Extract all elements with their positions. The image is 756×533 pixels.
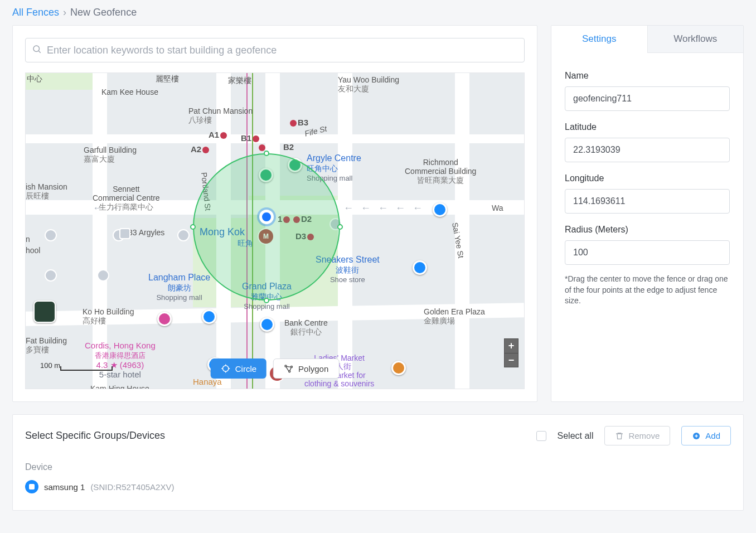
map-label: Bank Centre銀行中心 — [284, 318, 328, 336]
map-pin[interactable] — [413, 260, 427, 275]
geofence-handle-bottom[interactable] — [264, 298, 269, 303]
breadcrumb-current: New Geofence — [70, 7, 137, 18]
settings-panel: Settings Workflows Name Latitude Longitu… — [551, 25, 744, 402]
name-label: Name — [565, 71, 730, 81]
road-direction-arrows: ← ← ← ← ← — [343, 202, 425, 214]
grid-marker: B2 — [283, 142, 294, 152]
search-icon — [32, 44, 42, 56]
tab-workflows[interactable]: Workflows — [647, 26, 744, 53]
map-label: Richmond Commercial Building皆旺商業大廈 — [405, 158, 476, 185]
svg-point-2 — [222, 366, 229, 372]
geofence-circle[interactable] — [193, 153, 340, 301]
breadcrumb: All Fences › New Geofence — [0, 0, 756, 25]
latitude-label: Latitude — [565, 122, 730, 132]
map-poi-label: Langham Place朗豪坊Shopping mall — [148, 273, 210, 302]
geofence-center[interactable] — [259, 210, 274, 224]
map-scale: 100 m — [35, 361, 113, 371]
svg-line-1 — [38, 51, 40, 52]
map-label: Kam Hing House — [90, 384, 149, 389]
map-pin-hotel[interactable] — [157, 312, 172, 326]
devices-section-label: Device — [25, 462, 731, 472]
zoom-out-button[interactable]: − — [504, 353, 518, 367]
trash-icon — [615, 432, 624, 440]
location-search-input[interactable] — [25, 38, 525, 62]
latitude-field[interactable] — [565, 138, 730, 162]
svg-point-0 — [33, 46, 40, 52]
add-button[interactable]: Add — [681, 426, 731, 445]
shape-polygon-button[interactable]: Polygon — [273, 358, 339, 379]
radius-field[interactable] — [565, 240, 730, 265]
map-label: Kam Kee House — [101, 88, 158, 96]
map-label: Yau Woo Building友和大廈 — [338, 75, 399, 93]
map-label: Garfull Building嘉富大廈 — [84, 146, 137, 163]
busstop-icon — [177, 229, 190, 241]
select-all-label: Select all — [558, 431, 594, 441]
map-label: Pat Chun Mansion八珍樓 — [188, 106, 253, 124]
device-row[interactable]: samsung 1 (SNID:R52T405A2XV) — [25, 480, 731, 493]
svg-point-8 — [291, 366, 293, 368]
radius-label: Radius (Meters) — [565, 225, 730, 235]
shape-polygon-label: Polygon — [298, 364, 328, 374]
zoom-in-button[interactable]: + — [504, 338, 518, 353]
device-snid: (SNID:R52T405A2XV) — [90, 482, 174, 492]
plus-circle-icon — [692, 432, 701, 440]
device-name: samsung 1 — [44, 482, 85, 492]
chevron-right-icon: › — [63, 7, 66, 18]
grid-marker: B3 — [289, 118, 308, 127]
geofence-handle-top[interactable] — [264, 151, 269, 156]
map-canvas[interactable]: ← ← ← ← ← ← ← ← 中心 麗堅樓 家樂樓 Yau Woo Build… — [25, 72, 525, 389]
map-pin-food[interactable] — [391, 361, 406, 375]
map-label: n — [26, 235, 30, 244]
busstop-icon — [45, 229, 57, 241]
map-label: Sennett Commercial Centre生力行商業中心 — [93, 185, 160, 211]
shape-circle-label: Circle — [235, 364, 256, 374]
parking-icon — [119, 228, 130, 239]
busstop-icon — [97, 269, 109, 282]
busstop-icon — [45, 269, 57, 282]
grid-marker: B1 — [241, 133, 260, 143]
map-poi-label: Hanaya — [193, 377, 222, 387]
geofence-handle-right[interactable] — [337, 224, 343, 230]
tab-settings[interactable]: Settings — [551, 26, 647, 53]
grid-marker: A1 — [209, 130, 228, 139]
map-label: 家樂樓 — [228, 76, 251, 85]
geofence-handle-left[interactable] — [190, 224, 196, 230]
map-label: hool — [26, 246, 40, 255]
map-label: Ko Ho Building高好樓 — [83, 307, 134, 325]
target-icon — [221, 364, 231, 374]
map-label: 中心 — [27, 74, 42, 83]
map-label: Golden Era Plaza金雞廣場 — [424, 307, 485, 325]
map-label: ish Mansion辰旺樓 — [26, 182, 67, 200]
drag-hint: *Drag the center to move the fence or dr… — [565, 274, 730, 307]
name-field[interactable] — [565, 86, 730, 111]
devices-title: Select Specific Groups/Devices — [25, 430, 165, 442]
devices-panel: Select Specific Groups/Devices Select al… — [12, 414, 744, 511]
remove-button[interactable]: Remove — [604, 426, 670, 445]
map-pin[interactable] — [260, 317, 274, 332]
polygon-icon — [284, 364, 294, 374]
longitude-label: Longitude — [565, 173, 730, 183]
map-label: Fat Building多寶樓 — [26, 336, 67, 354]
map-pin[interactable] — [433, 202, 447, 217]
map-panel: ← ← ← ← ← ← ← ← 中心 麗堅樓 家樂樓 Yau Woo Build… — [12, 25, 537, 402]
map-label: 33 Argyles — [128, 228, 164, 237]
map-pin[interactable] — [202, 309, 216, 324]
select-all-checkbox[interactable] — [536, 431, 546, 441]
breadcrumb-parent-link[interactable]: All Fences — [12, 7, 59, 18]
shape-circle-button[interactable]: Circle — [211, 358, 266, 379]
map-poi-label: Cordis, Hong Kong香港康得思酒店4.3 ★ (4963)5-st… — [85, 341, 156, 380]
map-label: 麗堅樓 — [156, 74, 179, 83]
device-icon — [25, 480, 38, 493]
map-layer-toggle[interactable] — [33, 301, 56, 323]
grid-marker: A2 — [191, 144, 210, 154]
map-label: Wa — [492, 203, 503, 212]
longitude-field[interactable] — [565, 189, 730, 214]
